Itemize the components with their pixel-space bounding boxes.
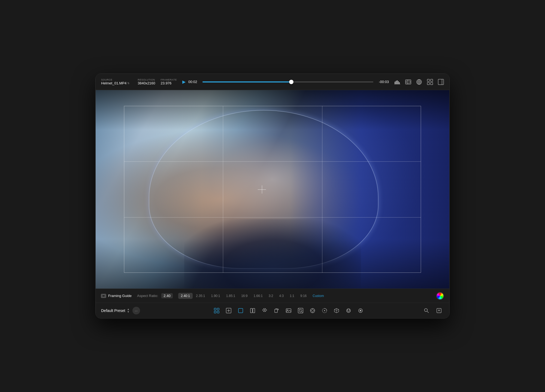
framing-bar: Framing Guide Aspect Ratio: 2.40 2.40:1 … [96,289,449,303]
mask-tool-button[interactable] [296,306,305,316]
svg-rect-27 [238,308,243,313]
svg-point-51 [425,309,428,312]
svg-rect-23 [217,311,219,313]
crosshair [258,185,266,194]
aspect-option-169[interactable]: 16:9 [238,293,250,299]
radial2-tool-button[interactable] [320,306,329,316]
svg-point-44 [347,310,348,310]
svg-rect-28 [250,308,252,313]
globe-icon[interactable] [416,79,422,85]
aspect-option-custom[interactable]: Custom [310,293,326,299]
play-button[interactable]: ▶ [182,79,186,84]
aspect-option-1661[interactable]: 1.66:1 [251,293,265,299]
framing-guide-button[interactable]: Framing Guide [101,294,132,298]
flip-tool-button[interactable] [260,306,270,316]
dot-tool-button[interactable] [356,306,365,316]
svg-rect-3 [398,81,399,84]
svg-rect-30 [275,309,277,313]
tools-bar: Default Preset ▲ ▼ ··· [96,303,449,318]
svg-point-46 [348,311,349,312]
histogram-icon[interactable] [394,79,400,85]
aspect-ratio-value: 2.40 [161,293,172,298]
bottom-section: Framing Guide Aspect Ratio: 2.40 2.40:1 … [96,289,449,318]
rotate-tool-button[interactable] [272,306,281,316]
svg-rect-4 [399,82,400,84]
svg-rect-21 [217,308,219,310]
search-button[interactable] [422,306,431,316]
3d-tool-button[interactable] [332,306,341,316]
aspect-ratio-label: Aspect Ratio: [137,294,158,298]
aspect-option-43[interactable]: 4:3 [277,293,287,299]
svg-rect-18 [438,79,444,85]
rect-tool-button[interactable] [236,306,246,316]
scrubber[interactable] [202,81,373,82]
top-bar: SOURCE Helmet_01.MP4 ⇅ RESOLUTION 3840x2… [96,74,449,90]
grid4-tool-button[interactable] [212,306,222,316]
framerate-label: FRAMERATE [161,78,177,81]
video-frame [96,90,449,289]
scrubber-fill [202,81,291,82]
svg-point-50 [360,310,361,311]
time-current: 00:02 [188,80,197,84]
color-wheel-button[interactable] [436,292,444,300]
svg-rect-15 [431,79,433,81]
svg-rect-29 [253,308,255,313]
grid-icon[interactable] [427,79,433,85]
scrubber-thumb[interactable] [289,80,293,84]
framing-guide-icon [101,294,106,298]
aspect-option-916[interactable]: 9:16 [298,293,309,299]
app-window: SOURCE Helmet_01.MP4 ⇅ RESOLUTION 3840x2… [95,74,450,318]
svg-point-47 [347,311,348,311]
resolution-value: 3840x2160 [138,81,155,85]
preset-selector[interactable]: Default Preset ▲ ▼ [101,308,130,313]
layout-icon[interactable] [438,79,444,85]
video-area[interactable] [96,90,449,289]
export-button[interactable] [434,306,444,316]
svg-point-37 [311,310,314,312]
add-tool-button[interactable] [224,306,234,316]
radial-tool-button[interactable] [308,306,317,316]
source-chevron-icon[interactable]: ⇅ [127,82,129,85]
aspect-option-1901[interactable]: 1.90:1 [208,293,223,299]
svg-rect-17 [431,82,433,85]
svg-point-42 [324,310,325,311]
svg-rect-0 [395,82,395,84]
aspect-option-1851[interactable]: 1.85:1 [223,293,238,299]
svg-rect-2 [397,80,398,84]
svg-point-48 [349,311,350,311]
more-options-button[interactable]: ··· [132,307,140,314]
aspect-option-11[interactable]: 1:1 [287,293,297,299]
aspect-ratio-options: 2.40:1 2.35:1 1.90:1 1.85:1 16:9 1.66:1 … [178,293,327,299]
aspect-option-2401[interactable]: 2.40:1 [178,293,193,299]
preset-chevrons-icon: ▲ ▼ [127,308,130,313]
source-label: SOURCE [101,78,129,81]
resolution-info: RESOLUTION 3840x2160 [138,78,155,85]
framerate-value: 23.976 [161,81,177,85]
image-tool-button[interactable] [284,306,293,316]
svg-rect-22 [214,311,216,313]
svg-rect-31 [286,309,291,313]
svg-line-52 [427,311,429,313]
aspect-option-32[interactable]: 3:2 [266,293,276,299]
source-value: Helmet_01.MP4 ⇅ [101,81,129,85]
svg-line-35 [298,308,303,313]
svg-rect-14 [427,79,429,81]
paint-tool-button[interactable] [344,306,353,316]
preset-label: Default Preset [101,308,125,313]
split-tool-button[interactable] [248,306,258,316]
svg-rect-20 [214,308,216,310]
top-bar-icons [394,79,444,85]
aspect-option-2351[interactable]: 2.35:1 [193,293,208,299]
respirator-layer [184,219,361,289]
time-remaining: -00:03 [379,80,389,84]
svg-rect-16 [427,82,429,85]
resolution-label: RESOLUTION [138,78,155,81]
svg-rect-1 [396,81,396,84]
tools-section [156,306,422,316]
source-info: SOURCE Helmet_01.MP4 ⇅ [101,78,129,85]
framing-guide-label: Framing Guide [108,294,132,298]
scope-icon[interactable] [405,79,411,85]
svg-point-45 [349,310,350,310]
source-filename: Helmet_01.MP4 [101,81,126,85]
preset-section: Default Preset ▲ ▼ ··· [101,307,156,314]
